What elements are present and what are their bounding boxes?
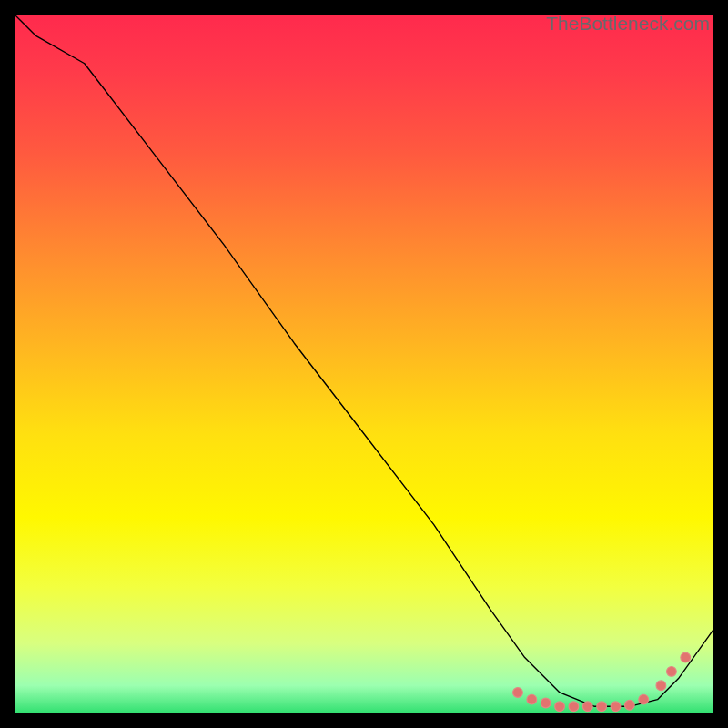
data-point bbox=[656, 681, 666, 691]
data-point bbox=[569, 702, 579, 712]
data-point bbox=[639, 694, 649, 704]
data-point bbox=[582, 702, 592, 712]
data-point bbox=[624, 700, 634, 710]
data-point bbox=[555, 702, 565, 712]
plot-area: TheBottleneck.com bbox=[15, 15, 713, 713]
chart-frame: TheBottleneck.com bbox=[0, 0, 728, 728]
data-point bbox=[513, 688, 523, 698]
data-point bbox=[667, 667, 677, 677]
data-point bbox=[541, 698, 551, 708]
data-point bbox=[597, 702, 607, 712]
bottleneck-curve-path bbox=[15, 15, 713, 706]
markers-layer bbox=[513, 652, 691, 712]
curve-layer bbox=[15, 15, 713, 706]
data-point bbox=[611, 702, 621, 712]
chart-svg bbox=[15, 15, 713, 713]
data-point bbox=[681, 652, 691, 662]
data-point bbox=[527, 694, 537, 704]
